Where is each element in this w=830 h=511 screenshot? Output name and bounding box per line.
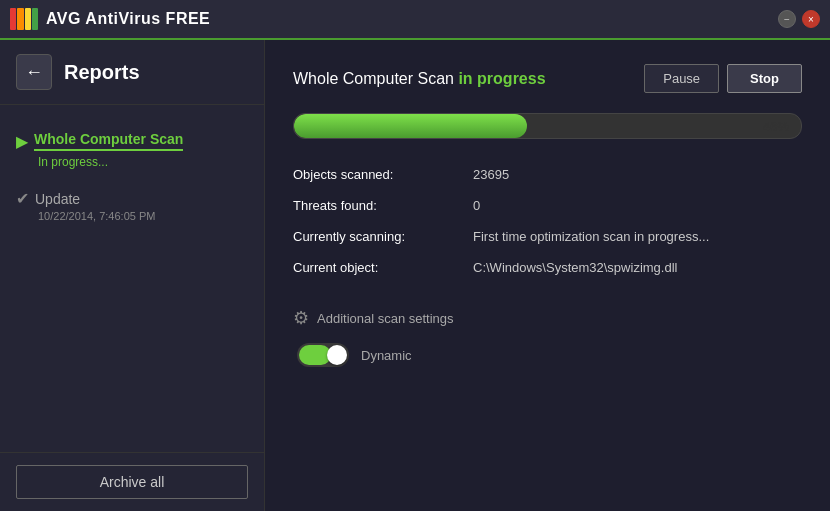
item-header: ▶ Whole Computer Scan [16,131,248,151]
title-bar: AVG AntiVirus FREE − × [0,0,830,40]
back-button[interactable]: ← [16,54,52,90]
close-button[interactable]: × [802,10,820,28]
logo-block-green [32,8,38,30]
scan-status-text: in progress [458,70,545,87]
avg-logo [10,8,38,30]
item-name-update: Update [35,191,80,207]
item-subtext-update: 10/22/2014, 7:46:05 PM [38,210,248,222]
stat-value-0: 23695 [473,163,802,186]
header-buttons: Pause Stop [644,64,802,93]
settings-label: Additional scan settings [317,311,454,326]
stat-label-3: Current object: [293,256,473,279]
item-header-update: ✔ Update [16,189,248,208]
stat-label-0: Objects scanned: [293,163,473,186]
progress-bar-fill [294,114,527,138]
progress-container: 46% [293,113,802,139]
sidebar: ← Reports ▶ Whole Computer Scan In progr… [0,40,265,511]
sidebar-item-update[interactable]: ✔ Update 10/22/2014, 7:46:05 PM [0,179,264,232]
sidebar-items: ▶ Whole Computer Scan In progress... ✔ U… [0,105,264,452]
logo-block-red [10,8,16,30]
minimize-button[interactable]: − [778,10,796,28]
stat-value-1: 0 [473,194,802,217]
sidebar-footer: Archive all [0,452,264,511]
stat-value-2: First time optimization scan in progress… [473,225,802,248]
toggle-label: Dynamic [361,348,412,363]
stat-label-1: Threats found: [293,194,473,217]
dynamic-toggle[interactable] [297,343,349,367]
stat-value-3: C:\Windows\System32\spwizimg.dll [473,256,802,279]
stat-label-2: Currently scanning: [293,225,473,248]
logo-block-orange [17,8,23,30]
title-bar-left: AVG AntiVirus FREE [10,8,210,30]
item-name-scan: Whole Computer Scan [34,131,183,151]
item-status-scan: In progress... [38,155,248,169]
main-content: ← Reports ▶ Whole Computer Scan In progr… [0,40,830,511]
toggle-knob [327,345,347,365]
play-icon: ▶ [16,132,28,151]
content-area: Whole Computer Scan in progress Pause St… [265,40,830,511]
logo-block-yellow [25,8,31,30]
content-header: Whole Computer Scan in progress Pause St… [293,64,802,93]
sidebar-header: ← Reports [0,40,264,105]
additional-settings[interactable]: ⚙ Additional scan settings [293,307,802,329]
stats-grid: Objects scanned: 23695 Threats found: 0 … [293,163,802,279]
scan-title-text: Whole Computer Scan [293,70,454,87]
window-controls: − × [778,10,820,28]
gear-icon: ⚙ [293,307,309,329]
progress-bar-background: 46% [293,113,802,139]
stop-button[interactable]: Stop [727,64,802,93]
check-icon: ✔ [16,189,29,208]
sidebar-item-whole-computer-scan[interactable]: ▶ Whole Computer Scan In progress... [0,121,264,179]
sidebar-title: Reports [64,61,140,84]
scan-title: Whole Computer Scan in progress [293,70,546,88]
app-title: AVG AntiVirus FREE [46,10,210,28]
archive-all-button[interactable]: Archive all [16,465,248,499]
toggle-row: Dynamic [297,343,802,367]
progress-label: 46% [763,119,789,134]
pause-button[interactable]: Pause [644,64,719,93]
